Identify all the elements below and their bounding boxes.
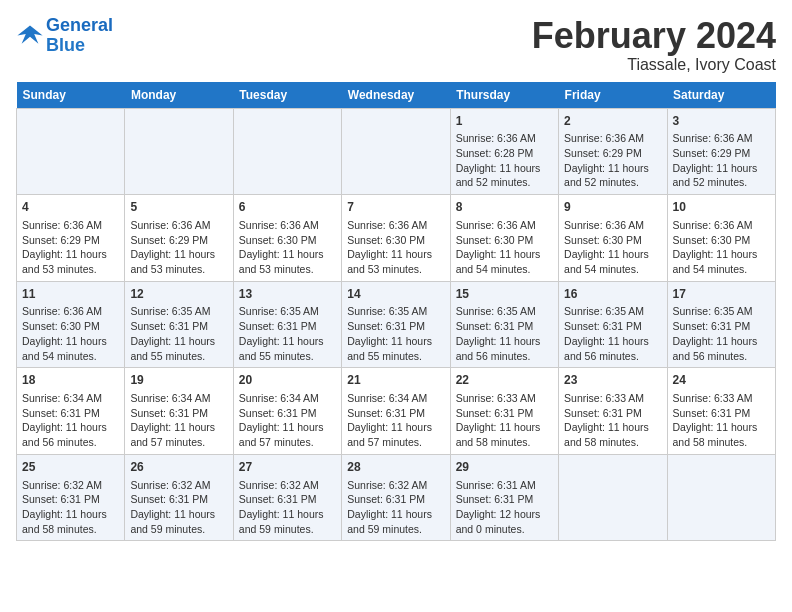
calendar-cell: 11Sunrise: 6:36 AM Sunset: 6:30 PM Dayli… xyxy=(17,281,125,368)
day-number: 25 xyxy=(22,459,119,476)
calendar-cell xyxy=(17,108,125,195)
day-info: Sunrise: 6:36 AM Sunset: 6:30 PM Dayligh… xyxy=(564,218,661,277)
day-number: 24 xyxy=(673,372,770,389)
logo: General Blue xyxy=(16,16,113,56)
calendar-cell: 28Sunrise: 6:32 AM Sunset: 6:31 PM Dayli… xyxy=(342,454,450,541)
calendar-cell: 27Sunrise: 6:32 AM Sunset: 6:31 PM Dayli… xyxy=(233,454,341,541)
logo-bird-icon xyxy=(16,20,44,48)
calendar-cell: 25Sunrise: 6:32 AM Sunset: 6:31 PM Dayli… xyxy=(17,454,125,541)
day-number: 29 xyxy=(456,459,553,476)
calendar-cell: 16Sunrise: 6:35 AM Sunset: 6:31 PM Dayli… xyxy=(559,281,667,368)
day-info: Sunrise: 6:33 AM Sunset: 6:31 PM Dayligh… xyxy=(564,391,661,450)
day-info: Sunrise: 6:34 AM Sunset: 6:31 PM Dayligh… xyxy=(130,391,227,450)
calendar-cell: 18Sunrise: 6:34 AM Sunset: 6:31 PM Dayli… xyxy=(17,368,125,455)
svg-marker-0 xyxy=(17,25,42,43)
day-info: Sunrise: 6:36 AM Sunset: 6:30 PM Dayligh… xyxy=(456,218,553,277)
day-info: Sunrise: 6:35 AM Sunset: 6:31 PM Dayligh… xyxy=(239,304,336,363)
day-info: Sunrise: 6:32 AM Sunset: 6:31 PM Dayligh… xyxy=(130,478,227,537)
calendar-cell: 19Sunrise: 6:34 AM Sunset: 6:31 PM Dayli… xyxy=(125,368,233,455)
calendar-cell: 21Sunrise: 6:34 AM Sunset: 6:31 PM Dayli… xyxy=(342,368,450,455)
day-number: 16 xyxy=(564,286,661,303)
logo-text: General Blue xyxy=(46,16,113,56)
calendar-week-row: 4Sunrise: 6:36 AM Sunset: 6:29 PM Daylig… xyxy=(17,195,776,282)
day-info: Sunrise: 6:35 AM Sunset: 6:31 PM Dayligh… xyxy=(347,304,444,363)
page-subtitle: Tiassale, Ivory Coast xyxy=(532,56,776,74)
calendar-cell: 2Sunrise: 6:36 AM Sunset: 6:29 PM Daylig… xyxy=(559,108,667,195)
calendar-cell xyxy=(559,454,667,541)
calendar-week-row: 11Sunrise: 6:36 AM Sunset: 6:30 PM Dayli… xyxy=(17,281,776,368)
day-info: Sunrise: 6:31 AM Sunset: 6:31 PM Dayligh… xyxy=(456,478,553,537)
day-info: Sunrise: 6:35 AM Sunset: 6:31 PM Dayligh… xyxy=(130,304,227,363)
day-number: 3 xyxy=(673,113,770,130)
page-title: February 2024 xyxy=(532,16,776,56)
calendar-week-row: 18Sunrise: 6:34 AM Sunset: 6:31 PM Dayli… xyxy=(17,368,776,455)
calendar-cell: 1Sunrise: 6:36 AM Sunset: 6:28 PM Daylig… xyxy=(450,108,558,195)
calendar-cell: 15Sunrise: 6:35 AM Sunset: 6:31 PM Dayli… xyxy=(450,281,558,368)
col-header-sunday: Sunday xyxy=(17,82,125,109)
calendar-cell: 6Sunrise: 6:36 AM Sunset: 6:30 PM Daylig… xyxy=(233,195,341,282)
day-number: 9 xyxy=(564,199,661,216)
calendar-cell: 13Sunrise: 6:35 AM Sunset: 6:31 PM Dayli… xyxy=(233,281,341,368)
calendar-cell: 7Sunrise: 6:36 AM Sunset: 6:30 PM Daylig… xyxy=(342,195,450,282)
calendar-cell: 23Sunrise: 6:33 AM Sunset: 6:31 PM Dayli… xyxy=(559,368,667,455)
day-info: Sunrise: 6:35 AM Sunset: 6:31 PM Dayligh… xyxy=(564,304,661,363)
calendar-cell: 10Sunrise: 6:36 AM Sunset: 6:30 PM Dayli… xyxy=(667,195,775,282)
col-header-monday: Monday xyxy=(125,82,233,109)
calendar-cell: 29Sunrise: 6:31 AM Sunset: 6:31 PM Dayli… xyxy=(450,454,558,541)
calendar-cell xyxy=(667,454,775,541)
calendar-cell xyxy=(342,108,450,195)
day-number: 4 xyxy=(22,199,119,216)
day-number: 18 xyxy=(22,372,119,389)
day-number: 10 xyxy=(673,199,770,216)
calendar-cell: 9Sunrise: 6:36 AM Sunset: 6:30 PM Daylig… xyxy=(559,195,667,282)
logo-general: General xyxy=(46,15,113,35)
calendar-week-row: 25Sunrise: 6:32 AM Sunset: 6:31 PM Dayli… xyxy=(17,454,776,541)
day-number: 27 xyxy=(239,459,336,476)
calendar-cell: 14Sunrise: 6:35 AM Sunset: 6:31 PM Dayli… xyxy=(342,281,450,368)
day-info: Sunrise: 6:34 AM Sunset: 6:31 PM Dayligh… xyxy=(22,391,119,450)
day-info: Sunrise: 6:34 AM Sunset: 6:31 PM Dayligh… xyxy=(347,391,444,450)
calendar-cell: 17Sunrise: 6:35 AM Sunset: 6:31 PM Dayli… xyxy=(667,281,775,368)
calendar-cell: 5Sunrise: 6:36 AM Sunset: 6:29 PM Daylig… xyxy=(125,195,233,282)
day-info: Sunrise: 6:34 AM Sunset: 6:31 PM Dayligh… xyxy=(239,391,336,450)
calendar-table: SundayMondayTuesdayWednesdayThursdayFrid… xyxy=(16,82,776,542)
col-header-wednesday: Wednesday xyxy=(342,82,450,109)
calendar-cell: 4Sunrise: 6:36 AM Sunset: 6:29 PM Daylig… xyxy=(17,195,125,282)
day-info: Sunrise: 6:36 AM Sunset: 6:29 PM Dayligh… xyxy=(130,218,227,277)
day-number: 28 xyxy=(347,459,444,476)
day-info: Sunrise: 6:36 AM Sunset: 6:30 PM Dayligh… xyxy=(239,218,336,277)
col-header-thursday: Thursday xyxy=(450,82,558,109)
day-info: Sunrise: 6:33 AM Sunset: 6:31 PM Dayligh… xyxy=(673,391,770,450)
day-number: 26 xyxy=(130,459,227,476)
day-number: 13 xyxy=(239,286,336,303)
day-number: 5 xyxy=(130,199,227,216)
calendar-cell: 20Sunrise: 6:34 AM Sunset: 6:31 PM Dayli… xyxy=(233,368,341,455)
day-number: 17 xyxy=(673,286,770,303)
day-number: 19 xyxy=(130,372,227,389)
day-info: Sunrise: 6:36 AM Sunset: 6:30 PM Dayligh… xyxy=(347,218,444,277)
day-info: Sunrise: 6:32 AM Sunset: 6:31 PM Dayligh… xyxy=(239,478,336,537)
day-info: Sunrise: 6:36 AM Sunset: 6:29 PM Dayligh… xyxy=(22,218,119,277)
day-info: Sunrise: 6:33 AM Sunset: 6:31 PM Dayligh… xyxy=(456,391,553,450)
day-number: 20 xyxy=(239,372,336,389)
day-number: 6 xyxy=(239,199,336,216)
calendar-week-row: 1Sunrise: 6:36 AM Sunset: 6:28 PM Daylig… xyxy=(17,108,776,195)
col-header-friday: Friday xyxy=(559,82,667,109)
calendar-cell xyxy=(125,108,233,195)
calendar-cell: 3Sunrise: 6:36 AM Sunset: 6:29 PM Daylig… xyxy=(667,108,775,195)
calendar-cell xyxy=(233,108,341,195)
day-number: 11 xyxy=(22,286,119,303)
day-number: 22 xyxy=(456,372,553,389)
day-info: Sunrise: 6:36 AM Sunset: 6:30 PM Dayligh… xyxy=(673,218,770,277)
logo-blue: Blue xyxy=(46,35,85,55)
calendar-header-row: SundayMondayTuesdayWednesdayThursdayFrid… xyxy=(17,82,776,109)
calendar-cell: 26Sunrise: 6:32 AM Sunset: 6:31 PM Dayli… xyxy=(125,454,233,541)
day-info: Sunrise: 6:36 AM Sunset: 6:29 PM Dayligh… xyxy=(564,131,661,190)
day-number: 12 xyxy=(130,286,227,303)
page-header: General Blue February 2024 Tiassale, Ivo… xyxy=(16,16,776,74)
calendar-cell: 22Sunrise: 6:33 AM Sunset: 6:31 PM Dayli… xyxy=(450,368,558,455)
day-number: 15 xyxy=(456,286,553,303)
calendar-cell: 12Sunrise: 6:35 AM Sunset: 6:31 PM Dayli… xyxy=(125,281,233,368)
day-number: 8 xyxy=(456,199,553,216)
day-info: Sunrise: 6:36 AM Sunset: 6:30 PM Dayligh… xyxy=(22,304,119,363)
